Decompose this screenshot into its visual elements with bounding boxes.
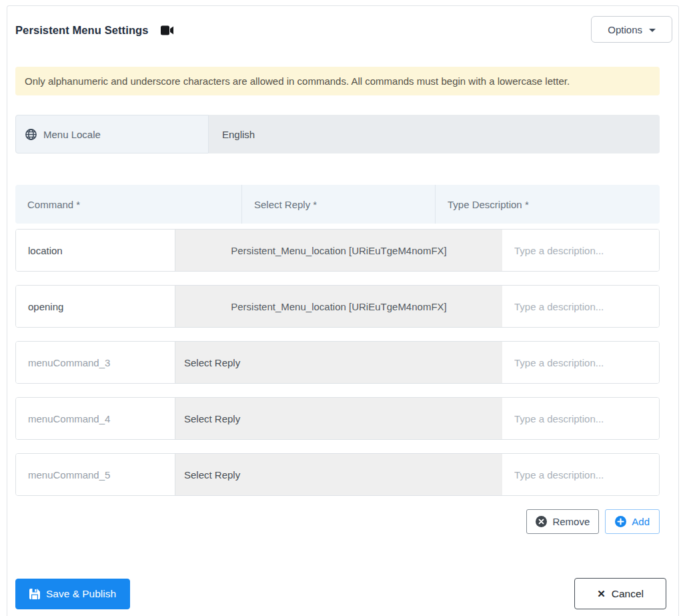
description-input[interactable] [502,342,659,383]
globe-icon [25,129,37,140]
description-input[interactable] [502,230,659,271]
menu-locale-label: Menu Locale [15,115,209,153]
command-row: Select Reply [15,341,660,384]
add-button[interactable]: Add [605,509,660,534]
command-row: Persistent_Menu_location [URiEuTgeM4nomF… [15,285,660,328]
floppy-disk-icon [29,589,40,599]
select-reply-dropdown[interactable]: Persistent_Menu_location [URiEuTgeM4nomF… [175,230,502,271]
command-rows: Persistent_Menu_location [URiEuTgeM4nomF… [15,229,660,496]
save-publish-button[interactable]: Save & Publish [15,579,130,609]
save-publish-button-label: Save & Publish [46,588,116,600]
caret-down-icon [649,29,656,32]
footer-actions: Save & Publish ✕ Cancel [15,578,666,609]
select-reply-dropdown[interactable]: Select Reply [175,454,502,495]
cancel-button-label: Cancel [612,588,644,600]
warning-banner: Only alphanumeric and underscore charact… [15,67,660,95]
video-camera-icon [161,25,174,35]
remove-button[interactable]: Remove [526,509,599,534]
cancel-button[interactable]: ✕ Cancel [574,578,666,609]
description-input[interactable] [502,398,659,439]
options-button[interactable]: Options [591,16,672,43]
row-actions: Remove Add [15,509,660,534]
command-input[interactable] [16,398,175,439]
column-header-select-reply: Select Reply * [241,185,435,224]
remove-button-label: Remove [552,516,590,527]
select-reply-dropdown[interactable]: Select Reply [175,342,502,383]
select-reply-dropdown[interactable]: Persistent_Menu_location [URiEuTgeM4nomF… [175,286,502,327]
options-button-label: Options [608,24,642,35]
command-input[interactable] [16,454,175,495]
commands-table-header: Command * Select Reply * Type Descriptio… [15,185,660,224]
command-input[interactable] [16,286,175,327]
column-header-command: Command * [15,185,241,224]
menu-locale-label-text: Menu Locale [43,129,101,140]
command-input[interactable] [16,230,175,271]
select-reply-dropdown[interactable]: Select Reply [175,398,502,439]
card-header: Persistent Menu Settings Options [7,6,678,43]
menu-locale-value-text: English [222,129,255,140]
warning-banner-text: Only alphanumeric and underscore charact… [25,75,570,87]
command-row: Persistent_Menu_location [URiEuTgeM4nomF… [15,229,660,272]
command-row: Select Reply [15,453,660,496]
description-input[interactable] [502,454,659,495]
page-title: Persistent Menu Settings [15,24,149,37]
add-button-label: Add [632,516,650,527]
command-row: Select Reply [15,397,660,440]
column-header-type-description: Type Description * [435,185,660,224]
description-input[interactable] [502,286,659,327]
command-input[interactable] [16,342,175,383]
menu-locale-row: Menu Locale English [15,115,660,153]
plus-circle-filled-icon [615,516,626,527]
x-icon: ✕ [597,589,606,599]
x-circle-filled-icon [536,516,547,527]
persistent-menu-settings-card: Persistent Menu Settings Options Only al… [7,5,679,616]
menu-locale-value: English [209,115,660,153]
